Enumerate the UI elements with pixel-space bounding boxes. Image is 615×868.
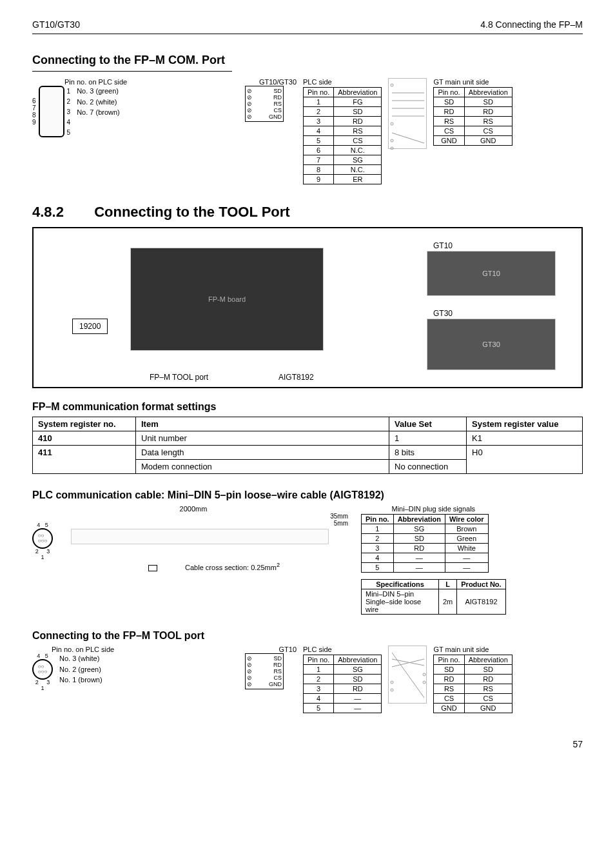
svg-point-14 — [391, 689, 393, 691]
gt-terminal-label: GT10 — [245, 646, 297, 653]
section-title: Connecting to the FP–M TOOL port — [32, 630, 583, 642]
svg-point-7 — [391, 123, 393, 125]
wire-labels: No. 3 (green) No. 2 (white) No. 7 (brown… — [77, 86, 120, 118]
signals-table: Pin no. Abbreviation Wire color 1SGBrown… — [361, 514, 489, 573]
svg-line-12 — [392, 653, 424, 698]
table-row: 1SGBrown — [362, 524, 489, 534]
header-right: 4.8 Connecting the FP–M — [480, 19, 583, 30]
page-number: 57 — [32, 739, 583, 749]
table-row: 5— — [304, 704, 382, 713]
table-row: RSRS — [434, 117, 512, 126]
plc-side-table: Pin no.Abbreviation 1FG 2SD 3RD 4RS 5CS … — [303, 87, 382, 184]
table-row: 411 Data length 8 bits H0 — [33, 446, 583, 460]
plc-side-table-block: PLC side Pin no.Abbreviation 1SG 2SD 3RD… — [303, 646, 382, 713]
table-row: 5CS — [304, 136, 382, 146]
table-row: 1SG — [304, 665, 382, 675]
fpm-com-figure: Pin no. on PLC side 6 7 8 9 1 2 3 4 5 N — [32, 78, 583, 184]
page-header: GT10/GT30 4.8 Connecting the FP–M — [32, 19, 583, 30]
table-row: 2SDGreen — [362, 534, 489, 544]
header-divider — [32, 34, 583, 34]
section-comm-settings: FP–M communication format settings Syste… — [32, 401, 583, 474]
table-row: 3RDWhite — [362, 544, 489, 553]
table-row: 6N.C. — [304, 146, 382, 155]
plc-side-title: PLC side — [303, 78, 382, 86]
section-fpm-com-port: Connecting to the FP–M COM. Port Pin no.… — [32, 54, 583, 184]
gt-terminal-block: GT10 ⊘SD ⊘RD ⊘RS ⊘CS ⊘GND — [245, 646, 297, 689]
cable-body-icon — [71, 529, 329, 544]
table-row: 3RD — [304, 117, 382, 126]
svg-point-15 — [423, 673, 425, 676]
svg-line-5 — [392, 133, 424, 143]
terminal-strip: ⊘SD ⊘RD ⊘RS ⊘CS ⊘GND — [245, 653, 284, 689]
section-title: PLC communication cable: Mini–DIN 5–pin … — [32, 489, 583, 501]
baud-label: 19200 — [72, 319, 108, 334]
section-title-rule — [32, 71, 232, 72]
table-row: RDRD — [434, 107, 512, 117]
section-number: 4.8.2 — [32, 204, 90, 221]
plc-side-table-block: PLC side Pin no.Abbreviation 1FG 2SD 3RD… — [303, 78, 382, 184]
section-title: Connecting to the TOOL Port — [94, 204, 290, 220]
plc-legend-title: Pin no. on PLC side — [64, 78, 239, 86]
section-title: FP–M communication format settings — [32, 401, 583, 413]
svg-point-8 — [391, 139, 393, 142]
wiring-crosslink-diagram — [388, 646, 427, 704]
table-row: SDSD — [434, 665, 512, 675]
table-row: 7SG — [304, 155, 382, 165]
gt10-label: GT10 — [433, 241, 453, 250]
table-row: Modem connection No connection — [33, 460, 583, 474]
svg-point-13 — [391, 681, 393, 684]
crosslink-lines-icon — [389, 646, 427, 704]
terminal-strip: ⊘SD ⊘RD ⊘RS ⊘CS ⊘GND — [245, 86, 284, 122]
signals-table-block: Mini–DIN plug side signals Pin no. Abbre… — [361, 505, 506, 573]
table-row: RDRD — [434, 675, 512, 684]
svg-point-9 — [391, 147, 393, 150]
connector-pins-right: 1 2 3 4 5 — [67, 86, 71, 137]
plc-legend-title: Pin no. on PLC side — [52, 646, 239, 653]
connector-pins-left: 6 7 8 9 — [32, 86, 36, 137]
fpm-port-label: FP–M TOOL port — [150, 373, 208, 382]
comm-settings-table: System register no. Item Value Set Syste… — [32, 417, 583, 474]
gt30-label: GT30 — [433, 309, 453, 318]
table-row: 4— — [304, 694, 382, 704]
plc-side-table: Pin no.Abbreviation 1SG 2SD 3RD 4— 5— — [303, 655, 382, 713]
cable-length-label: 2000mm — [32, 505, 355, 513]
section-fpm-tool-port: Connecting to the FP–M TOOL port Pin no.… — [32, 630, 583, 713]
table-row: 5—— — [362, 563, 489, 573]
table-row: 3RD — [304, 684, 382, 694]
section-tool-port-heading: 4.8.2 Connecting to the TOOL Port — [32, 204, 583, 221]
plc-connector-diagram: Pin no. on PLC side 6 7 8 9 1 2 3 4 5 N — [32, 78, 239, 137]
gt-side-title: GT main unit side — [433, 78, 512, 86]
spec-table: Specifications L Product No. Mini–DIN 5–… — [361, 579, 506, 615]
mini-din-plug-icon: ○○○○○ — [32, 528, 53, 549]
gt-side-table-block: GT main unit side Pin no.Abbreviation SD… — [433, 646, 512, 713]
gt-side-table: Pin no.Abbreviation SDSD RDRD RSRS CSCS … — [433, 87, 512, 146]
cable-drawing: 2000mm 35mm 5mm 4 5 ○○○○○ 2 3 1 — [32, 505, 355, 571]
fpm-board-icon: FP-M board — [130, 248, 324, 351]
gt-side-title: GT main unit side — [433, 646, 512, 653]
tool-port-diagram: 19200 FP-M board FP–M TOOL port AIGT8192… — [32, 227, 583, 388]
mini-din-plug-icon: ○○○○○ — [32, 659, 53, 680]
plc-connector-diagram: Pin no. on PLC side 4 5 ○○○○○ 2 3 1 No. … — [32, 646, 239, 691]
gt-terminal-label: GT10/GT30 — [245, 78, 297, 86]
table-row: CSCS — [434, 694, 512, 704]
table-row: 8N.C. — [304, 165, 382, 175]
table-row: CSCS — [434, 126, 512, 136]
section-cable: PLC communication cable: Mini–DIN 5–pin … — [32, 489, 583, 615]
table-row: 4RS — [304, 126, 382, 136]
table-row: Mini–DIN 5–pin Single–side loose wire 2m… — [362, 589, 506, 615]
table-row: 2SD — [304, 675, 382, 684]
svg-point-6 — [391, 84, 393, 86]
table-row: 410 Unit number 1 K1 — [33, 431, 583, 446]
crosslink-lines-icon — [389, 79, 427, 150]
gt10-unit-icon: GT10 — [427, 251, 556, 296]
cable-cross-section-label: Cable cross section: 0.25mm2 — [148, 562, 355, 571]
table-row: 1FG — [304, 97, 382, 107]
wiring-crosslink-diagram — [388, 78, 427, 155]
header-left: GT10/GT30 — [32, 19, 80, 30]
db9-connector-icon — [39, 86, 64, 137]
table-row: GNDGND — [434, 704, 512, 713]
table-row: 9ER — [304, 175, 382, 184]
cable-section-icon — [148, 565, 157, 571]
gt30-unit-icon: GT30 — [427, 319, 556, 370]
section-title: Connecting to the FP–M COM. Port — [32, 54, 583, 67]
